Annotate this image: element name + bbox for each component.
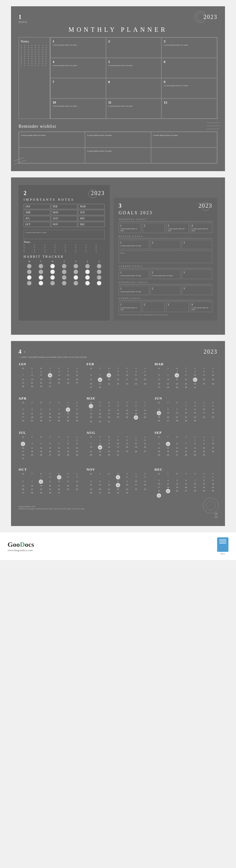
weekday-label: T [164, 401, 173, 404]
day-cell: 15 [28, 377, 37, 381]
day-cell: 11 [154, 446, 164, 450]
day-cell: 27 [182, 489, 191, 493]
day-cell: 6 [46, 407, 55, 412]
day-cell [105, 475, 114, 479]
day-cell: 7 [182, 442, 191, 446]
dot [38, 60, 39, 61]
day-cell [172, 475, 182, 478]
day-cell: 28 [172, 419, 182, 422]
weekday-label: M [87, 401, 96, 404]
day-cell: 6 [182, 478, 191, 482]
dot [38, 58, 39, 59]
doc-lines [219, 539, 226, 544]
day-cell: 24 [131, 487, 141, 491]
habit-dot [62, 270, 66, 274]
year-calendar-grid: JANMTWTFSS123456789101112131415161718192… [19, 362, 217, 500]
reminder-cell: Lorem ipsum dolor sit amet [85, 132, 151, 148]
dot [21, 60, 22, 61]
year-page-num: 4 ● [19, 349, 26, 355]
day-cell: 31 [46, 384, 55, 388]
goal-cell: 2 [143, 223, 165, 233]
day-cell: 25 [122, 450, 131, 453]
day-cell [154, 438, 164, 442]
day-cell: 11 [208, 407, 217, 411]
habit-dot [50, 264, 55, 268]
day-cell [19, 438, 28, 442]
day-cell: 3 [105, 404, 114, 408]
day-cell: 11 [114, 408, 123, 412]
habit-row [24, 269, 105, 275]
day-cell: 29 [182, 419, 191, 422]
week-header: MTWTFSS [87, 401, 149, 404]
dot [46, 56, 47, 57]
calendar-cell: 4Lorem ipsum dolor sit amet [50, 58, 106, 78]
day-cell: 25 [208, 415, 217, 419]
day-cell: 17 [105, 412, 114, 415]
day-cell: 4 [200, 370, 209, 373]
days-grid: 1234567891011121314151617181920212223242… [19, 404, 82, 422]
habit-dot [97, 275, 101, 280]
goal-section-title: HEALTH GOALS [119, 235, 212, 239]
weekday-label: F [190, 367, 200, 370]
dot [35, 60, 36, 61]
day-cell: 17 [131, 483, 141, 487]
weekday-label: S [72, 436, 82, 438]
week-header: MTWTFSS [154, 367, 217, 370]
habit-dot [62, 264, 66, 268]
day-cell [28, 404, 37, 407]
day-cell: 16 [190, 411, 200, 415]
day-cell: 5 [36, 442, 46, 446]
weekday-label: S [208, 367, 217, 370]
logo-accent: D [20, 540, 25, 548]
habit-day-label: T [59, 259, 70, 263]
importants-notes-title: IMPORTANTS NOTES [24, 198, 105, 202]
day-cell: 15 [182, 411, 191, 415]
day-cell: 20 [164, 415, 173, 419]
day-cell: 13 [182, 482, 191, 486]
weekday-label: S [72, 401, 82, 404]
dot [46, 65, 47, 66]
goal-section-title: OTHER GOALS [119, 297, 212, 301]
day-cell: 8 [39, 479, 43, 484]
day-cell: 13 [172, 446, 182, 450]
dot [24, 54, 25, 55]
day-cell: 22 [172, 382, 182, 385]
day-cell: 5 [172, 478, 182, 482]
calendar-container: Notes 1Lorem ipsum dolor sit amet23Lorem… [19, 37, 217, 119]
weekday-label: S [72, 472, 82, 475]
day-cell: 9 [72, 407, 82, 412]
day-cell: 11 [64, 479, 73, 484]
day-cell: 19 [122, 412, 131, 415]
day-cell [172, 438, 182, 442]
year-page-header: 4 ● 2023 [19, 349, 217, 355]
day-cell: 23 [105, 450, 114, 453]
dot [28, 60, 29, 61]
dot [28, 52, 29, 53]
month-calendar: AUGMTWTFSS123456789101112131415161718192… [87, 431, 149, 460]
day-cell: 30 [72, 453, 82, 457]
notes-section-label: Notes [24, 240, 105, 244]
day-cell: 9 [190, 407, 200, 411]
deco-circle-year-br2 [206, 501, 215, 510]
day-cell: 22 [64, 415, 73, 419]
day-cell: 30 [96, 420, 105, 423]
notes-page-number: 2 [24, 190, 26, 197]
day-cell: 19 [64, 377, 73, 381]
day-cell: 7 [96, 373, 105, 377]
weekday-label: T [114, 401, 123, 404]
day-cell: 15 [64, 412, 73, 415]
habit-dot [39, 281, 43, 285]
weekday-label: S [72, 367, 82, 370]
dot [24, 52, 25, 53]
day-cell: 4 [54, 370, 64, 373]
weekday-label: M [87, 472, 96, 475]
weekday-label: S [131, 367, 141, 370]
day-cell: 11 [140, 479, 149, 483]
day-cell: 23 [190, 415, 200, 419]
weekday-label: W [172, 401, 182, 404]
day-cell: 5 [166, 442, 170, 446]
day-cell: 13 [19, 484, 28, 487]
month-label: OCT [24, 222, 50, 227]
day-cell: 28 [182, 453, 191, 457]
weekday-label: M [154, 472, 164, 475]
